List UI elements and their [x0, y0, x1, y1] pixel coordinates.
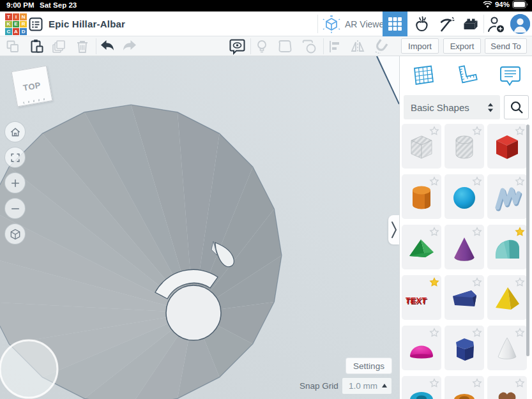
header-divider — [483, 15, 484, 33]
settings-button[interactable]: Settings — [346, 358, 391, 373]
export-button[interactable]: Export — [443, 38, 481, 54]
battery-percent: 94% — [495, 1, 510, 8]
falling-apple-icon — [413, 15, 431, 33]
favorite-star[interactable] — [429, 126, 439, 136]
mode-bricks-button[interactable] — [458, 11, 483, 36]
notes-tool-button[interactable] — [496, 61, 524, 89]
ar-viewer-label: AR Viewer — [345, 19, 387, 29]
shape-tile-cylinder-hole[interactable] — [445, 124, 484, 169]
delete-button[interactable] — [73, 38, 91, 55]
design-title: Epic Hillar-Albar — [49, 11, 125, 36]
align-button[interactable] — [326, 38, 344, 55]
favorite-star[interactable] — [472, 378, 482, 388]
duplicate-button[interactable] — [50, 38, 68, 55]
shape-tile-torus[interactable] — [402, 376, 441, 399]
shape-tile-box-hole[interactable] — [402, 124, 441, 169]
favorite-star[interactable] — [515, 227, 525, 237]
favorite-star[interactable] — [515, 378, 525, 388]
shape-tile-pyramid[interactable] — [487, 275, 527, 320]
notes-visibility-button[interactable] — [228, 38, 246, 55]
perspective-toggle-button[interactable] — [4, 223, 26, 245]
zoom-out-button[interactable] — [4, 198, 26, 219]
edit-toolbar: Import Export Send To — [0, 36, 532, 56]
status-date: Sat Sep 23 — [40, 1, 77, 9]
favorite-star[interactable] — [429, 327, 439, 338]
notes-bubble-icon — [498, 63, 523, 88]
cylinder-hole-top[interactable] — [166, 285, 221, 340]
group-button[interactable] — [276, 38, 294, 55]
shape-tile-paraboloid[interactable] — [487, 326, 527, 370]
shape-tile-round-roof[interactable] — [487, 225, 527, 269]
favorite-star[interactable] — [472, 126, 482, 136]
snap-grid-select[interactable]: 1.0 mm — [342, 378, 391, 394]
undo-button[interactable] — [98, 38, 116, 55]
lego-brick-icon — [462, 15, 480, 33]
show-all-button[interactable] — [253, 38, 271, 55]
shape-tile-cone[interactable] — [445, 225, 484, 269]
favorite-star[interactable] — [472, 277, 482, 287]
shape-tile-heart[interactable] — [487, 376, 527, 399]
toolbar-divider — [323, 38, 324, 54]
mode-sim-lab-button[interactable] — [409, 11, 434, 36]
shape-tile-polygon[interactable] — [445, 326, 484, 370]
wifi-icon — [483, 1, 492, 8]
shapes-panel: Basic Shapes — [399, 56, 532, 399]
shape-tile-text[interactable]: TEXT TEXT — [402, 275, 441, 320]
favorite-star[interactable] — [472, 327, 482, 338]
favorite-star[interactable] — [429, 277, 439, 287]
favorite-star[interactable] — [429, 176, 439, 186]
paste-button[interactable] — [27, 38, 45, 55]
panel-scrollbar[interactable] — [526, 124, 529, 356]
copy-button[interactable] — [4, 38, 22, 55]
caret-up-icon — [382, 384, 387, 388]
home-view-button[interactable] — [4, 121, 26, 142]
ruler-tool-button[interactable] — [452, 61, 480, 89]
design-viewport[interactable]: TOP Settings Snap Grid 1.0 mm — [0, 56, 399, 399]
shape-tile-wedge[interactable] — [445, 275, 484, 320]
header-divider — [317, 15, 318, 33]
add-collaborator-button[interactable] — [487, 15, 506, 33]
scene-canvas[interactable] — [0, 56, 399, 399]
ar-viewer-button[interactable]: AR Viewer — [322, 14, 387, 34]
favorite-star[interactable] — [515, 327, 525, 338]
workplane-tool-button[interactable] — [409, 61, 437, 89]
favorite-star[interactable] — [472, 176, 482, 186]
user-avatar[interactable] — [510, 14, 530, 34]
shape-tile-roof[interactable] — [402, 225, 441, 269]
favorite-star[interactable] — [429, 378, 439, 388]
shape-tile-sphere[interactable] — [445, 174, 484, 219]
snap-grid-value: 1.0 mm — [349, 381, 377, 391]
mode-blocks-button[interactable] — [434, 11, 459, 36]
workplane-icon — [410, 63, 436, 88]
favorite-star[interactable] — [515, 126, 525, 136]
import-button[interactable]: Import — [401, 38, 439, 54]
shape-tile-tube[interactable] — [445, 376, 484, 399]
person-add-icon — [487, 15, 506, 33]
mode-3d-design-button[interactable] — [383, 11, 407, 36]
shape-tile-scribble[interactable] — [487, 174, 527, 219]
favorite-star[interactable] — [515, 277, 525, 287]
search-icon — [509, 100, 524, 115]
ar-cube-icon — [322, 15, 341, 34]
fit-view-button[interactable] — [4, 147, 26, 168]
send-to-button[interactable]: Send To — [485, 38, 527, 54]
redo-button[interactable] — [121, 38, 139, 55]
favorite-star[interactable] — [515, 176, 525, 186]
tinkercad-logo[interactable]: T I N K E R C A D — [5, 13, 27, 35]
favorite-star[interactable] — [429, 227, 439, 237]
zoom-in-button[interactable] — [4, 172, 26, 193]
favorite-star[interactable] — [472, 227, 482, 237]
shape-tile-half-sphere[interactable] — [402, 326, 441, 370]
toolbar-divider — [250, 38, 251, 54]
search-shapes-button[interactable] — [504, 95, 529, 119]
shape-tile-box[interactable] — [487, 124, 527, 169]
panel-collapse-handle[interactable] — [388, 215, 399, 245]
view-cube[interactable]: TOP — [11, 66, 53, 107]
shape-tile-cylinder[interactable] — [402, 174, 441, 219]
design-properties-icon[interactable] — [28, 17, 43, 32]
mirror-button[interactable] — [349, 38, 367, 55]
touch-indicator — [0, 340, 57, 398]
magnet-button[interactable] — [372, 38, 390, 55]
ungroup-button[interactable] — [300, 38, 318, 55]
shape-category-select[interactable]: Basic Shapes — [404, 95, 500, 119]
